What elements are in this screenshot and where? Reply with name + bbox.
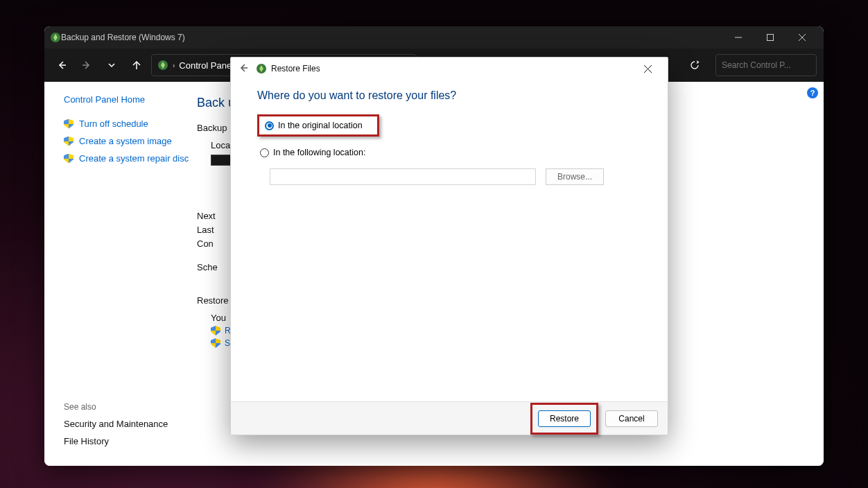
dialog-question: Where do you want to restore your files? (257, 89, 641, 102)
forward-button[interactable] (76, 55, 97, 76)
back-button[interactable] (51, 55, 72, 76)
shield-icon (64, 154, 73, 164)
see-also-link-file-history[interactable]: File History (64, 436, 168, 446)
minimize-icon (735, 34, 742, 41)
sidebar-link-schedule[interactable]: Turn off schedule (64, 119, 197, 129)
see-also: See also Security and Maintenance File H… (64, 402, 168, 453)
shield-icon (211, 338, 220, 348)
path-input-row: Browse... (257, 168, 641, 185)
radio-icon (265, 121, 274, 130)
breadcrumb-root[interactable]: Control Panel (179, 60, 234, 71)
cancel-button[interactable]: Cancel (605, 410, 658, 427)
arrow-left-icon (238, 63, 248, 73)
minimize-button[interactable] (722, 26, 754, 49)
backup-app-icon (50, 32, 61, 43)
dialog-back-button[interactable] (235, 63, 252, 75)
dialog-titlebar: Restore Files (231, 58, 668, 80)
close-icon (644, 65, 652, 73)
control-panel-icon (157, 60, 168, 71)
dialog-body: Where do you want to restore your files?… (231, 80, 668, 401)
see-also-header: See also (64, 402, 168, 412)
close-icon (799, 34, 806, 41)
restore-highlight: Restore (530, 403, 598, 435)
window-title: Backup and Restore (Windows 7) (61, 33, 185, 42)
sidebar-link-label: Create a system image (79, 136, 172, 146)
sidebar-link-repair-disc[interactable]: Create a system repair disc (64, 153, 197, 164)
sidebar-link-label: Turn off schedule (79, 119, 148, 129)
close-button[interactable] (786, 26, 818, 49)
radio-icon (260, 148, 269, 157)
shield-icon (64, 137, 73, 146)
recent-dropdown[interactable] (101, 55, 122, 76)
refresh-button[interactable] (682, 54, 707, 76)
sidebar-link-label: Create a system repair disc (79, 153, 189, 164)
arrow-right-icon (81, 60, 92, 71)
dialog-title: Restore Files (271, 64, 320, 73)
sidebar: Control Panel Home Turn off schedule Cre… (44, 82, 197, 466)
radio-label: In the following location: (273, 148, 365, 157)
browse-button[interactable]: Browse... (546, 168, 604, 185)
svg-rect-2 (767, 35, 774, 41)
dialog-close-button[interactable] (632, 58, 663, 79)
restore-button[interactable]: Restore (538, 410, 591, 427)
restore-app-icon (256, 63, 267, 74)
maximize-button[interactable] (754, 26, 786, 49)
arrow-left-icon (56, 60, 67, 71)
radio-original-location[interactable]: In the original location (257, 114, 379, 137)
radio-following-location[interactable]: In the following location: (257, 146, 641, 159)
titlebar: Backup and Restore (Windows 7) (44, 26, 824, 49)
search-box[interactable] (715, 54, 817, 76)
dialog-footer: Restore Cancel (231, 401, 668, 435)
chevron-down-icon (107, 61, 116, 69)
up-button[interactable] (126, 55, 147, 76)
shield-icon (211, 326, 220, 336)
maximize-icon (767, 34, 774, 41)
restore-files-dialog: Restore Files Where do you want to resto… (230, 57, 668, 435)
search-input[interactable] (722, 60, 824, 70)
refresh-icon (690, 60, 700, 70)
shield-icon (64, 119, 73, 129)
chevron-right-icon: › (173, 62, 175, 69)
see-also-link-security[interactable]: Security and Maintenance (64, 419, 168, 429)
arrow-up-icon (131, 60, 142, 71)
radio-label: In the original location (278, 121, 363, 130)
control-panel-home-link[interactable]: Control Panel Home (64, 94, 197, 105)
restore-path-input[interactable] (270, 168, 536, 185)
sidebar-link-system-image[interactable]: Create a system image (64, 136, 197, 146)
